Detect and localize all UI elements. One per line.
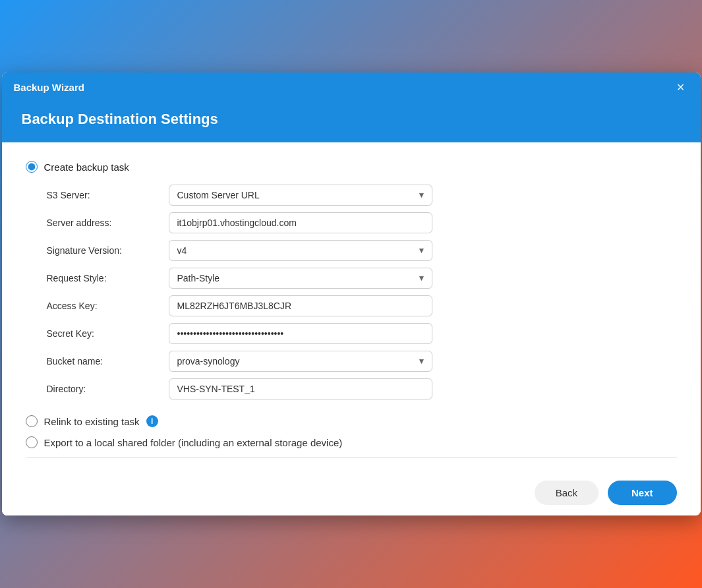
export-radio[interactable]	[26, 436, 38, 448]
request-style-row: Request Style: Path-Style Virtual Hosted…	[47, 268, 677, 289]
s3-server-row: S3 Server: Custom Server URL Amazon S3 S…	[47, 185, 677, 206]
secret-key-row: Secret Key:	[47, 323, 677, 344]
relink-label: Relink to existing task	[44, 416, 140, 427]
server-address-control	[169, 212, 432, 233]
modal-header-title: Backup Destination Settings	[22, 111, 681, 128]
signature-version-select-wrapper: v4 v2 ▼	[169, 240, 432, 261]
create-backup-radio-label[interactable]: Create backup task	[26, 161, 677, 173]
s3-server-control: Custom Server URL Amazon S3 S3-Compatibl…	[169, 185, 432, 206]
relink-radio[interactable]	[26, 415, 38, 427]
secret-key-control	[169, 323, 432, 344]
create-backup-section: Create backup task S3 Server: Custom Ser…	[26, 161, 677, 399]
bucket-name-label: Bucket name:	[47, 356, 169, 367]
directory-control	[169, 378, 432, 399]
bucket-name-row: Bucket name: prova-synology ▼	[47, 351, 677, 372]
server-address-label: Server address:	[47, 218, 169, 228]
directory-row: Directory:	[47, 378, 677, 399]
modal-header: Backup Destination Settings	[2, 102, 701, 142]
secret-key-input[interactable]	[169, 323, 432, 344]
create-backup-radio[interactable]	[26, 161, 38, 173]
bucket-name-select[interactable]: prova-synology	[169, 351, 432, 372]
titlebar-title: Backup Wizard	[14, 82, 84, 93]
export-radio-row[interactable]: Export to a local shared folder (includi…	[26, 436, 677, 448]
request-style-select[interactable]: Path-Style Virtual Hosted-Style	[169, 268, 432, 289]
server-address-row: Server address:	[47, 212, 677, 233]
s3-server-label: S3 Server:	[47, 190, 169, 200]
server-address-input[interactable]	[169, 212, 432, 233]
create-backup-label: Create backup task	[44, 162, 129, 173]
access-key-input[interactable]	[169, 295, 432, 316]
back-button[interactable]: Back	[535, 481, 599, 505]
titlebar: Backup Wizard ×	[2, 73, 701, 102]
footer-divider	[26, 457, 677, 458]
directory-input[interactable]	[169, 378, 432, 399]
signature-version-select[interactable]: v4 v2	[169, 240, 432, 261]
s3-server-select[interactable]: Custom Server URL Amazon S3 S3-Compatibl…	[169, 185, 432, 206]
relink-radio-row[interactable]: Relink to existing task i	[26, 415, 677, 427]
info-icon[interactable]: i	[146, 415, 158, 427]
request-style-label: Request Style:	[47, 273, 169, 283]
bucket-name-control: prova-synology ▼	[169, 351, 432, 372]
signature-version-label: Signature Version:	[47, 245, 169, 256]
form-fields: S3 Server: Custom Server URL Amazon S3 S…	[47, 185, 677, 399]
request-style-select-wrapper: Path-Style Virtual Hosted-Style ▼	[169, 268, 432, 289]
close-button[interactable]: ×	[673, 79, 689, 95]
request-style-control: Path-Style Virtual Hosted-Style ▼	[169, 268, 432, 289]
secret-key-label: Secret Key:	[47, 328, 169, 339]
access-key-control	[169, 295, 432, 316]
next-button[interactable]: Next	[608, 481, 677, 505]
access-key-row: Access Key:	[47, 295, 677, 316]
signature-version-row: Signature Version: v4 v2 ▼	[47, 240, 677, 261]
bucket-name-select-wrapper: prova-synology ▼	[169, 351, 432, 372]
directory-label: Directory:	[47, 384, 169, 394]
signature-version-control: v4 v2 ▼	[169, 240, 432, 261]
modal-window: Backup Wizard × Backup Destination Setti…	[2, 73, 701, 515]
access-key-label: Access Key:	[47, 301, 169, 311]
modal-body: Create backup task S3 Server: Custom Ser…	[2, 142, 701, 470]
export-label: Export to a local shared folder (includi…	[44, 437, 343, 448]
s3-server-select-wrapper: Custom Server URL Amazon S3 S3-Compatibl…	[169, 185, 432, 206]
modal-footer: Back Next	[2, 470, 701, 515]
